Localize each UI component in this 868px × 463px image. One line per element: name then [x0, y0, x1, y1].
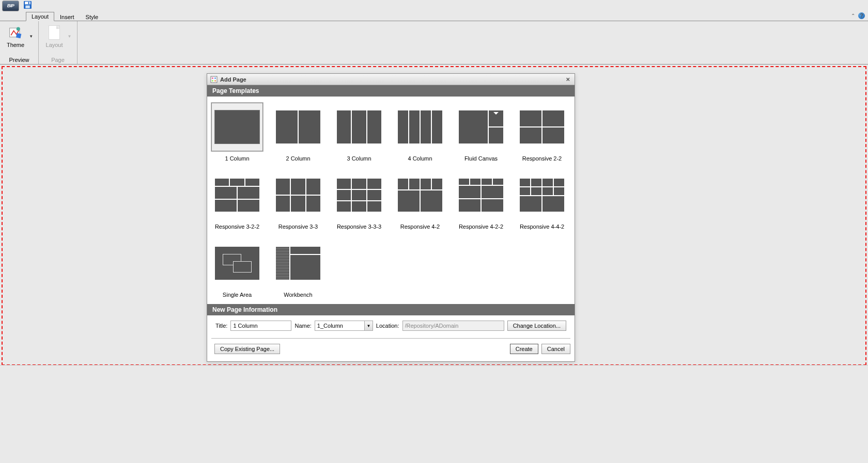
template-1-column[interactable]: 1 Column [209, 101, 265, 164]
collapse-ribbon-icon[interactable]: ⌃ [851, 13, 855, 19]
copy-existing-page-button[interactable]: Copy Existing Page... [214, 344, 280, 354]
template-fluid-canvas[interactable]: Fluid Canvas [453, 101, 509, 164]
template-single-area[interactable]: Single Area [209, 237, 265, 300]
template-label: 4 Column [408, 155, 432, 162]
svg-rect-3 [28, 2, 29, 4]
ribbon: Theme ▼ Preview Layout ▼ Page [0, 21, 868, 65]
template-label: Fluid Canvas [464, 155, 498, 162]
name-label: Name: [295, 323, 311, 329]
template-label: Responsive 2-2 [522, 155, 562, 162]
layout-dropdown-caret: ▼ [66, 34, 73, 39]
cancel-button[interactable]: Cancel [541, 344, 570, 354]
app-logo[interactable]: BIP [2, 1, 19, 11]
dialog-footer: Copy Existing Page... Create Cancel [207, 339, 575, 361]
svg-rect-8 [212, 77, 213, 79]
svg-rect-2 [25, 5, 30, 8]
section-page-templates: Page Templates [207, 85, 575, 97]
template-label: Responsive 4-4-2 [520, 223, 564, 230]
location-label: Location: [376, 323, 399, 329]
layout-button-label: Layout [46, 42, 63, 48]
template-responsive-3-3-3[interactable]: Responsive 3-3-3 [331, 169, 387, 232]
ribbon-group-preview: Theme ▼ Preview [0, 21, 39, 64]
svg-rect-6 [16, 33, 21, 38]
template-label: Single Area [223, 292, 252, 298]
new-page-info-row: Title: Name: ▼ Location: Change Location… [211, 315, 570, 339]
ribbon-group-page: Layout ▼ Page [39, 21, 78, 64]
theme-button-label: Theme [7, 42, 24, 48]
template-label: Responsive 3-3 [278, 223, 318, 230]
template-workbench[interactable]: Workbench [270, 237, 326, 300]
template-responsive-3-3[interactable]: Responsive 3-3 [270, 169, 326, 232]
page-icon [46, 24, 63, 41]
template-responsive-3-2-2[interactable]: Responsive 3-2-2 [209, 169, 265, 232]
template-label: 1 Column [225, 155, 249, 162]
tab-insert[interactable]: Insert [54, 12, 80, 21]
ribbon-tabs: Layout Insert Style ⌃ ? [0, 11, 868, 21]
template-responsive-4-2[interactable]: Responsive 4-2 [392, 169, 448, 232]
close-icon[interactable]: × [564, 75, 571, 83]
template-3-column[interactable]: 3 Column [331, 101, 387, 164]
svg-rect-9 [214, 77, 216, 79]
svg-rect-7 [211, 76, 217, 83]
theme-icon [7, 24, 24, 41]
quick-access-toolbar: BIP [0, 0, 868, 11]
change-location-button[interactable]: Change Location... [507, 321, 566, 331]
template-label: 3 Column [347, 155, 371, 162]
location-input [402, 321, 504, 331]
dialog-icon [210, 76, 218, 83]
dialog-title: Add Page [220, 76, 246, 83]
tab-style[interactable]: Style [80, 12, 104, 21]
theme-dropdown-caret[interactable]: ▼ [27, 34, 35, 39]
create-button[interactable]: Create [510, 344, 538, 354]
template-responsive-4-4-2[interactable]: Responsive 4-4-2 [514, 169, 570, 232]
save-icon[interactable] [23, 1, 32, 11]
chevron-down-icon[interactable]: ▼ [364, 321, 373, 331]
add-page-dialog: Add Page × Page Templates 1 Column 2 Col… [207, 73, 575, 362]
dialog-titlebar[interactable]: Add Page × [207, 74, 575, 85]
title-input[interactable] [230, 321, 291, 331]
theme-button[interactable]: Theme [4, 23, 27, 49]
template-responsive-2-2[interactable]: Responsive 2-2 [514, 101, 570, 164]
svg-rect-11 [214, 80, 216, 82]
help-icon[interactable]: ? [858, 12, 865, 19]
template-2-column[interactable]: 2 Column [270, 101, 326, 164]
section-new-page-information: New Page Information [207, 304, 575, 315]
template-4-column[interactable]: 4 Column [392, 101, 448, 164]
layout-button: Layout [43, 23, 66, 49]
svg-rect-1 [25, 2, 30, 4]
template-label: Responsive 3-2-2 [215, 223, 259, 230]
template-label: Responsive 3-3-3 [337, 223, 381, 230]
svg-point-5 [17, 27, 20, 31]
name-input[interactable] [315, 321, 364, 331]
ribbon-group-label: Preview [0, 56, 38, 64]
name-combo[interactable]: ▼ [315, 321, 373, 331]
svg-rect-10 [212, 80, 213, 82]
template-label: Workbench [284, 292, 312, 298]
template-responsive-4-2-2[interactable]: Responsive 4-2-2 [453, 169, 509, 232]
template-label: Responsive 4-2-2 [459, 223, 503, 230]
bottom-panel [0, 365, 868, 463]
template-label: Responsive 4-2 [400, 223, 440, 230]
tab-layout[interactable]: Layout [26, 12, 54, 21]
template-label: 2 Column [286, 155, 310, 162]
ribbon-group-label: Page [39, 56, 77, 64]
title-label: Title: [215, 323, 227, 329]
templates-grid: 1 Column 2 Column 3 Column 4 Column Flui… [207, 97, 575, 304]
